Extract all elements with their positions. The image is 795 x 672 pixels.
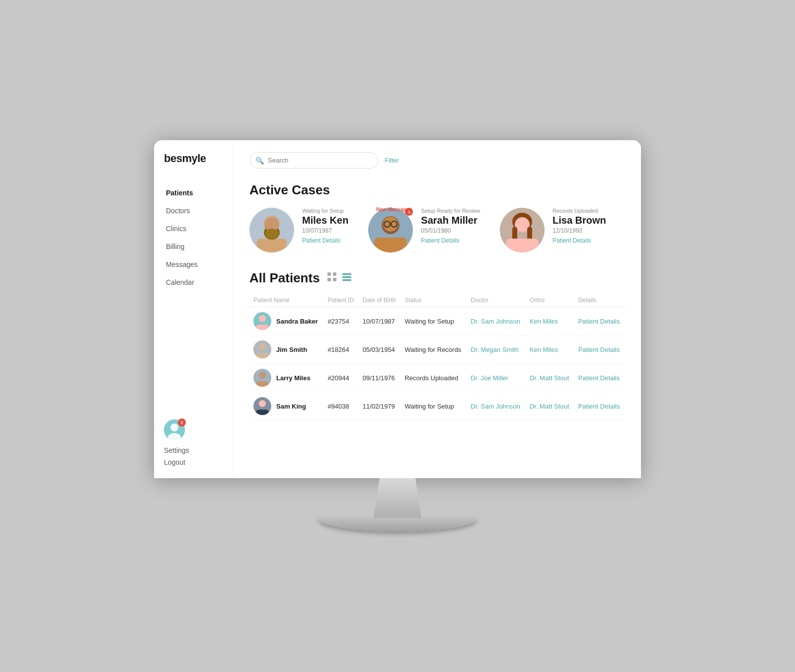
table-row: Jim Smith #18264 05/03/1954 Waiting for …	[249, 336, 625, 364]
svg-rect-31	[256, 325, 269, 330]
patient-status-cell: Waiting for Setup	[400, 307, 467, 336]
case-info-3: Records Uploaded Lisa Brown 12/10/1993 P…	[553, 208, 606, 244]
svg-rect-25	[333, 278, 336, 281]
svg-rect-23	[333, 272, 336, 276]
col-dob: Date of Birth	[359, 294, 401, 307]
patient-name-cell: Sam King	[249, 392, 323, 420]
case-dob-1: 10/07/1987	[302, 227, 348, 234]
ortho-link[interactable]: Ken Miles	[530, 318, 558, 325]
all-patients-header: All Patients	[249, 270, 625, 286]
patients-table: Patient Name Patient ID Date of Birth St…	[249, 294, 625, 420]
sidebar-item-messages[interactable]: Messages	[164, 256, 223, 272]
search-input-wrapper: 🔍	[249, 152, 379, 168]
svg-rect-34	[256, 353, 269, 358]
patient-name: Sam King	[276, 403, 306, 410]
col-patient-name: Patient Name	[249, 294, 323, 307]
ortho-link[interactable]: Dr. Matt Stout	[530, 403, 569, 410]
col-ortho: Ortho	[526, 294, 574, 307]
patient-details-cell: Patient Details	[574, 364, 625, 392]
table-header-row: Patient Name Patient ID Date of Birth St…	[249, 294, 625, 307]
svg-point-1	[170, 423, 178, 431]
svg-rect-28	[342, 279, 351, 281]
col-patient-id: Patient ID	[323, 294, 358, 307]
patient-status-cell: Waiting for Records	[400, 336, 467, 364]
user-avatar-wrapper[interactable]: 2	[164, 420, 185, 440]
case-avatar-1	[249, 208, 294, 252]
doctor-link[interactable]: Dr. Sam Johnson	[471, 318, 520, 325]
patient-details-link[interactable]: Patient Details	[578, 318, 620, 325]
case-details-link-1[interactable]: Patient Details	[302, 237, 348, 244]
case-name-2: Sarah Miller	[421, 215, 480, 226]
svg-rect-37	[256, 381, 269, 387]
patient-name-cell: Sandra Baker	[249, 307, 323, 336]
all-patients-section: All Patients	[249, 270, 625, 420]
monitor-stand-neck	[368, 478, 427, 518]
case-dob-3: 12/10/1993	[553, 227, 606, 234]
case-status-3: Records Uploaded	[553, 208, 606, 214]
view-toggle	[326, 271, 353, 285]
patient-dob-cell: 09/11/1976	[359, 364, 401, 392]
patient-status-cell: Records Uploaded	[400, 364, 467, 392]
doctor-link[interactable]: Dr. Joe Miller	[471, 374, 508, 382]
case-avatar-wrapper-2: 1 New Message	[368, 208, 413, 252]
svg-rect-22	[327, 272, 331, 276]
list-view-button[interactable]	[341, 271, 353, 285]
case-details-link-3[interactable]: Patient Details	[553, 237, 606, 244]
patient-name-cell: Larry Miles	[249, 364, 323, 392]
ortho-link[interactable]: Ken Miles	[530, 346, 558, 353]
patient-doctor-cell: Dr. Sam Johnson	[467, 392, 526, 420]
svg-rect-26	[342, 273, 351, 275]
row-avatar	[253, 312, 271, 330]
svg-rect-5	[257, 239, 287, 252]
app-logo: besmyle	[164, 152, 223, 165]
doctor-link[interactable]: Dr. Sam Johnson	[471, 403, 520, 410]
patient-doctor-cell: Dr. Joe Miller	[467, 364, 526, 392]
svg-rect-40	[256, 410, 269, 415]
case-info-1: Waiting for Setup Miles Ken 10/07/1987 P…	[302, 208, 348, 244]
patient-doctor-cell: Dr. Megan Smith	[467, 336, 526, 364]
patient-status-cell: Waiting for Setup	[400, 392, 467, 420]
svg-rect-15	[374, 238, 407, 252]
sidebar-item-clinics[interactable]: Clinics	[164, 221, 223, 237]
patient-details-link[interactable]: Patient Details	[578, 374, 620, 382]
active-cases-title: Active Cases	[249, 182, 625, 198]
col-doctor: Doctor	[467, 294, 526, 307]
case-avatar-wrapper-3	[500, 208, 545, 252]
patient-details-cell: Patient Details	[574, 307, 625, 336]
svg-point-8	[265, 229, 278, 239]
case-dob-2: 05/01/1980	[421, 227, 480, 234]
sidebar-item-patients[interactable]: Patients	[164, 185, 223, 201]
sidebar-item-calendar[interactable]: Calendar	[164, 274, 223, 290]
doctor-link[interactable]: Dr. Megan Smith	[471, 346, 519, 353]
svg-point-36	[259, 372, 266, 379]
sidebar-nav: Patients Doctors Clinics Billing Message…	[164, 185, 223, 420]
sidebar-item-billing[interactable]: Billing	[164, 239, 223, 254]
row-avatar	[253, 397, 271, 415]
case-avatar-wrapper-1	[249, 208, 294, 252]
sidebar-bottom: 2 Settings Logout	[164, 420, 223, 466]
case-name-1: Miles Ken	[302, 215, 348, 226]
case-card-lisa-brown: Records Uploaded Lisa Brown 12/10/1993 P…	[500, 208, 606, 252]
svg-rect-27	[342, 276, 351, 278]
patient-details-link[interactable]: Patient Details	[578, 346, 620, 353]
col-details: Details	[574, 294, 625, 307]
table-row: Sam King #94038 11/02/1979 Waiting for S…	[249, 392, 625, 420]
search-input[interactable]	[249, 152, 379, 168]
patient-name: Jim Smith	[276, 346, 307, 353]
logout-link[interactable]: Logout	[164, 458, 223, 466]
new-message-label: New Message	[376, 207, 409, 212]
patient-dob-cell: 05/03/1954	[359, 336, 401, 364]
patient-doctor-cell: Dr. Sam Johnson	[467, 307, 526, 336]
monitor-stand-base	[318, 518, 477, 532]
filter-link[interactable]: Filter	[385, 157, 399, 164]
row-avatar	[253, 369, 271, 387]
case-details-link-2[interactable]: Patient Details	[421, 237, 480, 244]
ortho-link[interactable]: Dr. Matt Stout	[530, 374, 569, 382]
sidebar-item-doctors[interactable]: Doctors	[164, 203, 223, 219]
patient-dob-cell: 10/07/1987	[359, 307, 401, 336]
search-bar-row: 🔍 Filter	[249, 152, 625, 168]
grid-view-button[interactable]	[326, 271, 338, 285]
svg-point-30	[259, 315, 266, 322]
patient-details-link[interactable]: Patient Details	[578, 403, 620, 410]
settings-link[interactable]: Settings	[164, 446, 223, 454]
